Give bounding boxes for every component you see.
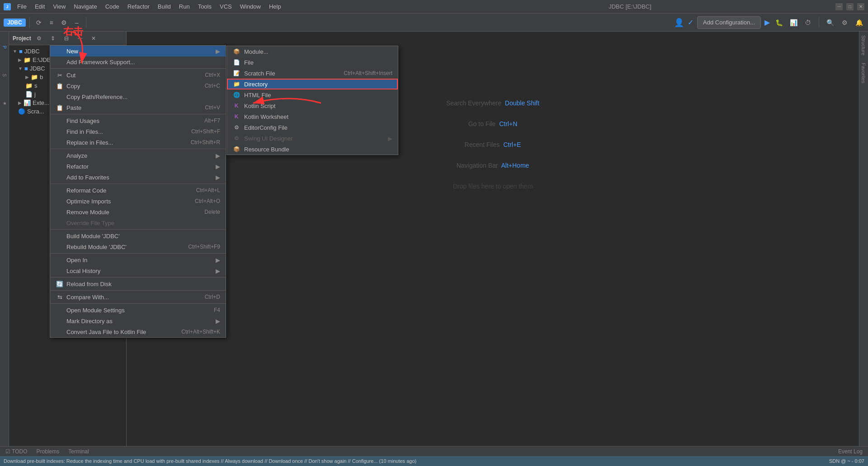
ctx-item-cut[interactable]: ✂ Cut Ctrl+X xyxy=(50,70,226,80)
ctx-reload-icon: 🔄 xyxy=(56,281,64,287)
project-more-button[interactable]: ⋯ xyxy=(75,33,85,44)
ctx-item-convert-kotlin[interactable]: Convert Java File to Kotlin File Ctrl+Al… xyxy=(50,326,226,337)
ctx-reformat-shortcut: Ctrl+Alt+L xyxy=(196,187,220,193)
ctx-openin-label: Open In xyxy=(66,257,87,264)
ctx-item-compare-with[interactable]: ⇆ Compare With... Ctrl+D xyxy=(50,292,226,302)
toolbar-separator-1 xyxy=(29,17,30,28)
ctx-item-find-files[interactable]: Find in Files... Ctrl+Shift+F xyxy=(50,126,226,137)
project-settings-button[interactable]: ⚙ xyxy=(34,33,45,44)
ctx-item-copy-path[interactable]: Copy Path/Reference... xyxy=(50,91,226,102)
ctx-sep-2 xyxy=(50,114,226,114)
submenu-directory[interactable]: 📁 Directory xyxy=(227,79,398,89)
ctx-optimize-shortcut: Ctrl+Alt+O xyxy=(195,198,220,204)
hint-goto-file: Go to File Ctrl+N xyxy=(446,120,539,127)
run-button[interactable]: ▶ xyxy=(764,18,770,27)
ctx-sep-6 xyxy=(50,253,226,254)
menu-run[interactable]: Run xyxy=(175,2,193,11)
menu-edit[interactable]: Edit xyxy=(31,2,48,11)
menu-view[interactable]: View xyxy=(49,2,69,11)
notifications-button[interactable]: 🔔 xyxy=(854,17,864,28)
ctx-override-label: Override File Type xyxy=(66,220,114,226)
structure-button[interactable]: ≡ xyxy=(46,17,57,28)
settings-button[interactable]: ⚙ xyxy=(59,17,70,28)
menu-navigate[interactable]: Navigate xyxy=(70,2,100,11)
debug-button[interactable]: 🐛 xyxy=(774,17,784,28)
ctx-markdir-arrow: ▶ xyxy=(216,318,220,325)
ctx-item-local-history[interactable]: Local History ▶ xyxy=(50,265,226,276)
ctx-item-new[interactable]: New ▶ xyxy=(50,46,226,56)
ctx-item-analyze[interactable]: Analyze ▶ xyxy=(50,150,226,161)
ctx-item-replace-files[interactable]: Replace in Files... Ctrl+Shift+R xyxy=(50,137,226,148)
app-icon: J xyxy=(4,3,11,10)
project-scroll-button[interactable]: ⇕ xyxy=(47,33,58,44)
synchronize-button[interactable]: ⟳ xyxy=(33,17,44,28)
minimize-button[interactable]: ─ xyxy=(835,3,843,10)
close-button[interactable]: ✕ xyxy=(857,3,864,10)
menu-file[interactable]: File xyxy=(14,2,30,11)
bottom-tab-problems[interactable]: Problems xyxy=(35,448,61,455)
tree-label: Scra... xyxy=(27,108,44,115)
project-collapse-all-button[interactable]: ⊟ xyxy=(61,33,72,44)
settings-gear-button[interactable]: ⚙ xyxy=(839,17,850,28)
menu-build[interactable]: Build xyxy=(154,2,175,11)
ctx-item-build-module[interactable]: Build Module 'JDBC' xyxy=(50,231,226,241)
ctx-item-reformat[interactable]: Reformat Code Ctrl+Alt+L xyxy=(50,185,226,196)
vcs-icon[interactable]: ✓ xyxy=(688,18,693,27)
event-log-tab[interactable]: Event Log xyxy=(836,448,864,455)
ctx-item-copy[interactable]: 📋 Copy Ctrl+C xyxy=(50,80,226,91)
submenu-kotlin-script[interactable]: K Kotlin Script xyxy=(227,100,398,111)
submenu-module[interactable]: 📦 Module... xyxy=(227,46,398,57)
right-tab-favorites[interactable]: Favorites xyxy=(859,59,868,87)
menu-refactor[interactable]: Refactor xyxy=(124,2,153,11)
ctx-copypath-label: Copy Path/Reference... xyxy=(66,94,127,100)
bottom-tab-todo[interactable]: ☑ TODO xyxy=(4,448,29,455)
submenu-resource-bundle[interactable]: 📦 Resource Bundle xyxy=(227,144,398,155)
ctx-item-add-favorites[interactable]: Add to Favorites ▶ xyxy=(50,172,226,183)
ctx-item-rebuild-module[interactable]: Rebuild Module 'JDBC' Ctrl+Shift+F9 xyxy=(50,241,226,252)
menu-vcs[interactable]: VCS xyxy=(216,2,236,11)
ctx-item-reload[interactable]: 🔄 Reload from Disk xyxy=(50,278,226,289)
right-tab-structure[interactable]: Structure xyxy=(859,32,868,59)
ctx-cut-label: Cut xyxy=(66,72,75,79)
menu-window[interactable]: Window xyxy=(236,2,264,11)
shortcut-recent: Ctrl+E xyxy=(503,141,521,148)
ctx-item-mark-directory[interactable]: Mark Directory as ▶ xyxy=(50,315,226,326)
project-close-button[interactable]: ✕ xyxy=(88,33,99,44)
profile-run-button[interactable]: ⏱ xyxy=(802,17,813,28)
submenu-scratch-file[interactable]: 📝 Scratch File Ctrl+Alt+Shift+Insert xyxy=(227,68,398,79)
submenu-kotlin-worksheet[interactable]: K Kotlin Worksheet xyxy=(227,111,398,122)
collapse-button[interactable]: – xyxy=(71,17,82,28)
sub-scratch-label: Scratch File xyxy=(244,70,275,77)
ctx-findfiles-label: Find in Files... xyxy=(66,128,103,135)
sidebar-tab-structure[interactable]: S xyxy=(1,61,8,89)
submenu-html-file[interactable]: 🌐 HTML File xyxy=(227,89,398,100)
ctx-item-refactor[interactable]: Refactor ▶ xyxy=(50,161,226,172)
menu-help[interactable]: Help xyxy=(265,2,285,11)
ctx-item-add-framework[interactable]: Add Framework Support... xyxy=(50,56,226,67)
tree-arrow: ▶ xyxy=(25,75,29,80)
menu-tools[interactable]: Tools xyxy=(194,2,215,11)
ctx-item-module-settings[interactable]: Open Module Settings F4 xyxy=(50,305,226,315)
coverage-button[interactable]: 📊 xyxy=(788,17,799,28)
ctx-item-open-in[interactable]: Open In ▶ xyxy=(50,254,226,265)
ctx-modsettings-label: Open Module Settings xyxy=(66,307,125,314)
sidebar-tab-favorites[interactable]: ★ xyxy=(1,89,8,117)
profile-icon[interactable]: 👤 xyxy=(674,18,684,28)
menu-code[interactable]: Code xyxy=(102,2,123,11)
ctx-localhist-arrow: ▶ xyxy=(216,268,220,274)
ctx-item-optimize[interactable]: Optimize Imports Ctrl+Alt+O xyxy=(50,196,226,207)
ctx-item-remove-module[interactable]: Remove Module Delete xyxy=(50,207,226,217)
context-menu: New ▶ Add Framework Support... ✂ Cut Ctr… xyxy=(50,45,226,338)
submenu-file[interactable]: 📄 File xyxy=(227,57,398,68)
ctx-convertkotlin-label: Convert Java File to Kotlin File xyxy=(66,329,146,335)
ctx-item-find-usages[interactable]: Find Usages Alt+F7 xyxy=(50,115,226,126)
ctx-reformat-label: Reformat Code xyxy=(66,187,106,194)
ctx-findfiles-shortcut: Ctrl+Shift+F xyxy=(191,128,220,135)
bottom-tab-terminal[interactable]: Terminal xyxy=(66,448,90,455)
submenu-editor-config[interactable]: ⚙ EditorConfig File xyxy=(227,122,398,133)
sidebar-tab-project[interactable]: P xyxy=(1,33,8,61)
ctx-item-paste[interactable]: 📋 Paste Ctrl+V xyxy=(50,102,226,113)
maximize-button[interactable]: □ xyxy=(846,3,854,10)
search-everywhere-button[interactable]: 🔍 xyxy=(825,17,835,28)
add-configuration-button[interactable]: Add Configuration... xyxy=(697,16,761,29)
